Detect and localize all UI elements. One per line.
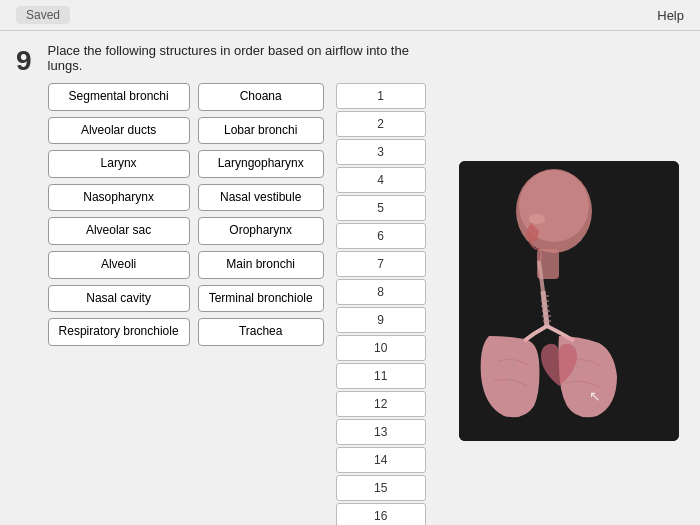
drag-item-laryngopharynx[interactable]: Laryngopharynx — [198, 150, 324, 178]
drag-item-segmental-bronchi[interactable]: Segmental bronchi — [48, 83, 190, 111]
saved-badge: Saved — [16, 6, 70, 24]
drag-item-alveoli[interactable]: Alveoli — [48, 251, 190, 279]
top-bar: Saved Help — [0, 0, 700, 31]
drag-item-oropharynx[interactable]: Oropharynx — [198, 217, 324, 245]
question-number: 9 — [16, 45, 32, 525]
drop-slot-2[interactable]: 2 — [336, 111, 426, 137]
drag-item-main-bronchi[interactable]: Main bronchi — [198, 251, 324, 279]
drop-slot-8[interactable]: 8 — [336, 279, 426, 305]
drag-item-alveolar-ducts[interactable]: Alveolar ducts — [48, 117, 190, 145]
drag-item-respiratory-bronchiole[interactable]: Respiratory bronchiole — [48, 318, 190, 346]
col2-items: ChoanaLobar bronchiLaryngopharynxNasal v… — [198, 83, 324, 525]
drag-item-choana[interactable]: Choana — [198, 83, 324, 111]
svg-text:↖: ↖ — [589, 388, 601, 404]
drop-slots: 12345678910111213141516 — [336, 83, 426, 525]
drop-slot-6[interactable]: 6 — [336, 223, 426, 249]
drag-item-nasopharynx[interactable]: Nasopharynx — [48, 184, 190, 212]
drop-slot-11[interactable]: 11 — [336, 363, 426, 389]
top-bar-left: Saved — [16, 6, 70, 24]
drop-slot-1[interactable]: 1 — [336, 83, 426, 109]
drop-slot-4[interactable]: 4 — [336, 167, 426, 193]
drag-area: Segmental bronchiAlveolar ductsLarynxNas… — [48, 83, 444, 525]
drop-slot-9[interactable]: 9 — [336, 307, 426, 333]
drag-item-lobar-bronchi[interactable]: Lobar bronchi — [198, 117, 324, 145]
drag-item-larynx[interactable]: Larynx — [48, 150, 190, 178]
svg-point-4 — [529, 214, 545, 224]
drop-slot-14[interactable]: 14 — [336, 447, 426, 473]
drop-slot-15[interactable]: 15 — [336, 475, 426, 501]
drag-item-nasal-vestibule[interactable]: Nasal vestibule — [198, 184, 324, 212]
col1-items: Segmental bronchiAlveolar ductsLarynxNas… — [48, 83, 190, 525]
instruction: Place the following structures in order … — [48, 43, 444, 73]
left-section: Place the following structures in order … — [48, 43, 444, 525]
help-link[interactable]: Help — [657, 8, 684, 23]
drop-slot-16[interactable]: 16 — [336, 503, 426, 525]
drag-item-trachea[interactable]: Trachea — [198, 318, 324, 346]
drag-item-nasal-cavity[interactable]: Nasal cavity — [48, 285, 190, 313]
drop-slot-3[interactable]: 3 — [336, 139, 426, 165]
main-content: 9 Place the following structures in orde… — [0, 31, 700, 525]
anatomy-image: ↖ — [459, 161, 679, 441]
drop-slot-10[interactable]: 10 — [336, 335, 426, 361]
drop-slot-7[interactable]: 7 — [336, 251, 426, 277]
drag-item-alveolar-sac[interactable]: Alveolar sac — [48, 217, 190, 245]
drag-item-terminal-bronchiole[interactable]: Terminal bronchiole — [198, 285, 324, 313]
drop-slot-13[interactable]: 13 — [336, 419, 426, 445]
drop-slot-12[interactable]: 12 — [336, 391, 426, 417]
image-section: ↖ — [454, 73, 684, 525]
drop-slot-5[interactable]: 5 — [336, 195, 426, 221]
